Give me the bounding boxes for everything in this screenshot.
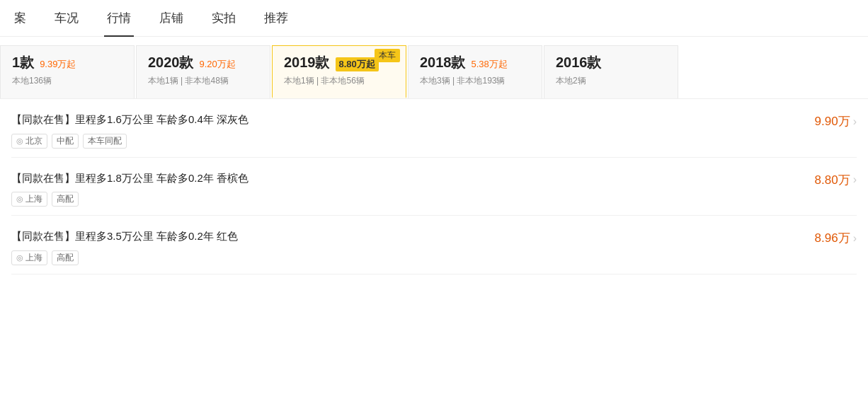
year-tab-0[interactable]: 1款9.39万起本地136辆 [0,45,135,98]
year-label: 2020款 [148,53,194,72]
config-tag-0: 高配 [52,192,79,207]
listing-tags: ◎上海高配 [11,192,815,207]
year-price: 9.20万起 [200,58,236,71]
nav-item-4[interactable]: 实拍 [209,0,239,37]
year-label: 1款 [12,53,34,72]
year-tab-3[interactable]: 2018款5.38万起本地3辆 | 非本地193辆 [408,45,542,98]
year-price: 8.80万起 [336,57,379,71]
year-tab-1[interactable]: 2020款9.20万起本地1辆 | 非本地48辆 [136,45,270,98]
year-tabs: 1款9.39万起本地136辆2020款9.20万起本地1辆 | 非本地48辆本车… [0,37,868,99]
listing-container: 【同款在售】里程多1.6万公里 车龄多0.4年 深灰色◎北京中配本车同配9.90… [0,99,868,274]
config-tag-0: 中配 [52,134,79,149]
year-count: 本地1辆 | 非本地56辆 [284,75,394,87]
listing-right: 8.80万› [815,170,857,188]
listing-left: 【同款在售】里程多1.6万公里 车龄多0.4年 深灰色◎北京中配本车同配 [11,112,815,149]
listing-title: 【同款在售】里程多1.8万公里 车龄多0.2年 香槟色 [11,170,815,187]
year-count: 本地3辆 | 非本地193辆 [420,75,530,87]
location-icon: ◎ [16,195,23,204]
location-tag: ◎上海 [11,192,47,207]
config-tag-0: 高配 [52,250,79,265]
year-label: 2016款 [556,53,602,72]
listing-item[interactable]: 【同款在售】里程多1.6万公里 车龄多0.4年 深灰色◎北京中配本车同配9.90… [11,99,857,158]
nav-item-0[interactable]: 案 [11,0,29,37]
config-tag-1: 本车同配 [83,134,127,149]
listing-left: 【同款在售】里程多3.5万公里 车龄多0.2年 红色◎上海高配 [11,229,815,265]
listing-price: 8.96万 [815,230,850,246]
nav-item-1[interactable]: 车况 [52,0,81,37]
year-tab-4[interactable]: 2016款本地2辆 [544,45,678,98]
location-text: 北京 [25,135,42,147]
listing-item[interactable]: 【同款在售】里程多1.8万公里 车龄多0.2年 香槟色◎上海高配8.80万› [11,158,857,216]
year-tab-2[interactable]: 本车2019款8.80万起本地1辆 | 非本地56辆 [272,45,406,98]
location-tag: ◎北京 [11,134,47,149]
nav-item-5[interactable]: 推荐 [261,0,291,37]
listing-tags: ◎上海高配 [11,250,815,265]
location-icon: ◎ [16,253,23,262]
banche-badge: 本车 [375,49,400,62]
arrow-icon: › [853,232,857,245]
listing-title: 【同款在售】里程多3.5万公里 车龄多0.2年 红色 [11,229,815,245]
location-tag: ◎上海 [11,250,47,265]
listing-left: 【同款在售】里程多1.8万公里 车龄多0.2年 香槟色◎上海高配 [11,170,815,207]
nav-item-3[interactable]: 店铺 [156,0,186,37]
listing-item[interactable]: 【同款在售】里程多3.5万公里 车龄多0.2年 红色◎上海高配8.96万› [11,216,857,274]
year-price: 5.38万起 [472,58,508,71]
arrow-icon: › [853,173,857,186]
year-price: 9.39万起 [40,58,76,71]
listing-right: 9.90万› [815,112,857,129]
arrow-icon: › [853,115,857,128]
location-icon: ◎ [16,137,23,146]
year-count: 本地136辆 [12,75,122,87]
listing-title: 【同款在售】里程多1.6万公里 车龄多0.4年 深灰色 [11,112,815,128]
nav-bar: 案车况行情店铺实拍推荐 [0,0,868,37]
year-count: 本地1辆 | 非本地48辆 [148,75,258,87]
nav-item-2[interactable]: 行情 [104,0,134,37]
listing-tags: ◎北京中配本车同配 [11,134,815,149]
location-text: 上海 [25,252,42,264]
listing-price: 9.90万 [815,113,850,129]
year-label: 2018款 [420,53,466,72]
listing-price: 8.80万 [815,172,850,188]
location-text: 上海 [25,193,42,205]
year-label: 2019款 [284,53,330,72]
listing-right: 8.96万› [815,229,857,246]
year-count: 本地2辆 [556,75,666,87]
